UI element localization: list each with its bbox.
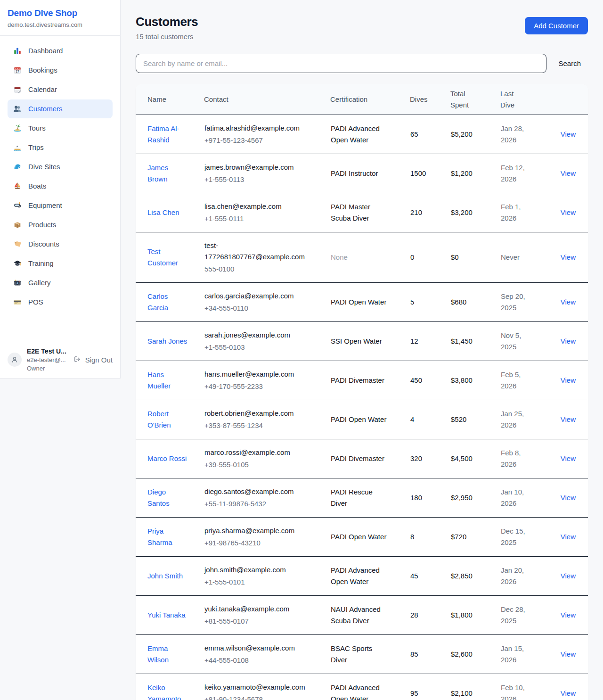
customer-email: lisa.chen@example.com [204,201,310,212]
view-link[interactable]: View [561,253,576,261]
view-link[interactable]: View [561,572,576,580]
view-link[interactable]: View [561,494,576,502]
sidebar-item-boats[interactable]: Boats [8,177,113,196]
customer-phone: 555-0100 [204,264,310,275]
customer-contact: james.brown@example.com+1-555-0113 [204,154,330,193]
customer-name-link[interactable]: Marco Rossi [147,454,187,462]
shop-domain: demo.test.divestreams.com [8,21,113,28]
column-header-dives: Dives [410,84,450,115]
customer-dives: 65 [410,115,450,154]
sidebar-item-tours[interactable]: Tours [8,119,113,138]
user-role: Owner [27,365,68,372]
sidebar-item-discounts[interactable]: Discounts [8,235,113,254]
sidebar-item-dive-sites[interactable]: Dive Sites [8,157,113,176]
customer-name-link[interactable]: Test Customer [147,247,178,267]
customer-email: carlos.garcia@example.com [204,290,310,302]
customer-count: 15 total customers [136,33,198,41]
customer-name-link[interactable]: Yuki Tanaka [147,611,186,619]
customer-dives: 180 [410,478,450,518]
sidebar-item-gallery[interactable]: Gallery [8,273,113,292]
customer-dives: 5 [410,283,450,322]
customer-contact: fatima.alrashid@example.com+971-55-123-4… [204,115,330,154]
customer-email: fatima.alrashid@example.com [204,123,310,134]
customer-contact: john.smith@example.com+1-555-0101 [204,557,330,596]
customer-name-link[interactable]: Fatima Al-Rashid [147,124,179,144]
sidebar-item-label: POS [28,297,43,307]
customer-contact: robert.obrien@example.com+353-87-555-123… [204,400,330,439]
customer-name-link[interactable]: Priya Sharma [147,527,172,546]
view-link[interactable]: View [561,533,576,541]
page-header: Customers 15 total customers Add Custome… [136,14,588,41]
customer-name-link[interactable]: Carlos Garcia [147,292,168,312]
customer-contact: priya.sharma@example.com+91-98765-43210 [204,518,330,557]
customer-name-link[interactable]: Sarah Jones [147,337,187,345]
graduation-cap-icon [13,259,22,268]
sidebar-item-customers[interactable]: Customers [8,99,113,118]
sign-out-button[interactable]: Sign Out [73,355,113,364]
view-link[interactable]: View [561,208,576,216]
sidebar-user-section: E2E Test U... e2e-tester@... Owner Sign … [0,341,120,378]
customer-name-link[interactable]: Robert O'Brien [147,410,171,429]
view-link[interactable]: View [561,611,576,619]
view-link[interactable]: View [561,454,576,462]
customer-phone: +55-11-99876-5432 [204,498,310,510]
customer-dives: 85 [410,635,450,674]
view-link[interactable]: View [561,376,576,384]
add-customer-button[interactable]: Add Customer [525,17,588,34]
sidebar-item-label: Training [28,259,54,268]
view-link[interactable]: View [561,130,576,138]
customer-name-link[interactable]: John Smith [147,572,183,580]
sidebar-item-products[interactable]: Products [8,215,113,234]
customer-contact: yuki.tanaka@example.com+81-555-0107 [204,596,330,635]
customer-phone: +1-555-0111 [204,213,310,224]
customer-last-dive: Feb 8, 2026 [500,439,550,478]
customer-name-link[interactable]: James Brown [147,164,168,183]
sidebar-item-training[interactable]: Training [8,254,113,273]
person-icon [10,355,19,364]
customer-phone: +34-555-0110 [204,303,310,314]
camera-icon [13,279,22,287]
customer-phone: +1-555-0103 [204,342,310,353]
customer-name-link[interactable]: Keiko Yamamoto [147,684,181,700]
customer-certification: PADI Rescue Diver [330,478,410,518]
customer-name-link[interactable]: Hans Mueller [147,371,171,390]
table-row: Priya Sharmapriya.sharma@example.com+91-… [136,518,588,557]
sidebar-item-label: Dashboard [28,46,63,56]
sidebar-item-bookings[interactable]: 17Bookings [8,61,113,80]
sidebar-item-calendar[interactable]: Calendar [8,80,113,99]
customer-total-spent: $2,950 [450,478,500,518]
sidebar-item-pos[interactable]: POS [8,293,113,312]
customer-total-spent: $3,200 [450,193,500,232]
customer-last-dive: Nov 5, 2025 [500,322,550,361]
view-link[interactable]: View [561,169,576,177]
customer-contact: marco.rossi@example.com+39-555-0105 [204,439,330,478]
customer-total-spent: $680 [450,283,500,322]
customer-certification: SSI Open Water [330,322,410,361]
column-header-last-dive: Last Dive [500,84,550,115]
customer-name-link[interactable]: Diego Santos [147,488,170,507]
customer-last-dive: Never [500,232,550,283]
table-row: Yuki Tanakayuki.tanaka@example.com+81-55… [136,596,588,635]
customer-dives: 320 [410,439,450,478]
credit-card-icon [13,298,22,306]
view-link[interactable]: View [561,337,576,345]
customer-phone: +971-55-123-4567 [204,135,310,146]
sidebar-item-trips[interactable]: Trips [8,138,113,157]
sidebar-item-equipment[interactable]: Equipment [8,196,113,215]
island-icon [13,124,22,132]
sidebar-item-dashboard[interactable]: Dashboard [8,41,113,60]
view-link[interactable]: View [561,415,576,423]
sidebar-header: Demo Dive Shop demo.test.divestreams.com [0,0,120,36]
view-link[interactable]: View [561,689,576,697]
view-link[interactable]: View [561,298,576,306]
customer-email: marco.rossi@example.com [204,447,310,458]
search-input[interactable] [136,54,546,73]
customer-contact: sarah.jones@example.com+1-555-0103 [204,322,330,361]
customer-name-link[interactable]: Lisa Chen [147,208,179,216]
speedboat-icon [13,143,22,152]
customer-name-link[interactable]: Emma Wilson [147,644,169,664]
search-button[interactable]: Search [558,59,581,67]
customer-last-dive: Feb 1, 2026 [500,193,550,232]
customers-table-card: NameContactCertificationDivesTotal Spent… [136,84,588,700]
view-link[interactable]: View [561,650,576,658]
